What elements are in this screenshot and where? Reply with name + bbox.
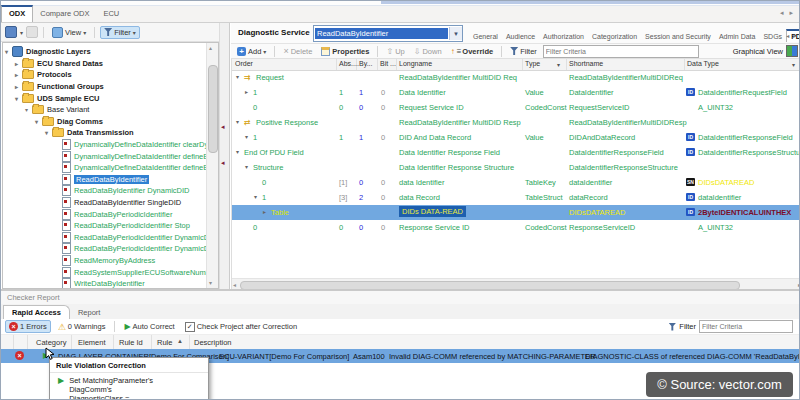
- override-button[interactable]: ↑≡ Override: [448, 46, 497, 57]
- row-expander-icon[interactable]: ▾: [236, 118, 239, 125]
- detail-tab-audience[interactable]: Audience: [502, 31, 539, 42]
- chevron-down-icon[interactable]: ▾: [20, 29, 23, 36]
- scrollbar-thumb[interactable]: [208, 65, 218, 153]
- checker-column-header-category[interactable]: Category: [36, 338, 66, 347]
- scroll-up-icon[interactable]: ▴: [209, 44, 212, 51]
- grid-column-header-longname[interactable]: Longname: [399, 60, 432, 67]
- main-tab-compare-odx[interactable]: Compare ODX: [33, 7, 96, 22]
- tree-item-ecu-shared-datas[interactable]: ▸ECU Shared Datas: [15, 58, 103, 70]
- detail-tab-sdgs[interactable]: SDGs: [759, 31, 786, 42]
- tree-expander-icon[interactable]: ▾: [15, 95, 22, 102]
- tree-item-readdatabyperiodicidentifier-dynamicdid-[interactable]: ReadDataByPeriodicIdentifier DynamicDID …: [55, 243, 219, 255]
- graphical-view-button[interactable]: Graphical View: [733, 45, 798, 57]
- pdu-row-1[interactable]: ▾1[3]20data RecordTableStructdataRecordI…: [232, 190, 800, 205]
- row-expander-icon[interactable]: ▾: [236, 73, 239, 80]
- pdu-row-structure[interactable]: ▾StructureData Identifier Response Struc…: [232, 160, 800, 175]
- pdu-row-end-of-pdu-field[interactable]: ▾End Of PDU FieldData Identifier Respons…: [232, 145, 800, 160]
- panel-splitter[interactable]: ◂ ◂: [219, 23, 230, 289]
- type-column-dropdown-icon[interactable]: ▾: [557, 61, 560, 68]
- add-button[interactable]: + Add ▾: [234, 46, 269, 57]
- connect-icon[interactable]: [5, 26, 17, 38]
- main-tab-scroll-arrows[interactable]: ◂ ▸: [780, 9, 795, 17]
- pdu-row-request[interactable]: ▾⇉RequestReadDataByIdentifier MultiDID R…: [232, 70, 800, 85]
- detail-tab-session-and-security[interactable]: Session and Security: [641, 31, 715, 42]
- combobox-dropdown-icon[interactable]: ▼: [449, 27, 462, 40]
- tree-item-diagnostic-layers[interactable]: ▾Diagnostic Layers: [5, 46, 91, 58]
- tree-expander-icon[interactable]: ▾: [25, 106, 32, 113]
- checker-column-header-description[interactable]: Description: [194, 338, 232, 347]
- delete-button[interactable]: × Delete: [280, 45, 315, 57]
- down-button[interactable]: ⇩ Down: [411, 46, 445, 57]
- detail-tab-authorization[interactable]: Authorization: [539, 31, 588, 42]
- tree-item-uds-sample-ecu[interactable]: ▾UDS Sample ECU: [15, 92, 100, 104]
- pdu-filter-input[interactable]: [543, 45, 699, 58]
- tree-expander-icon[interactable]: ▾: [35, 118, 42, 125]
- tree-expander-icon[interactable]: ▾: [45, 129, 52, 136]
- context-menu-item-set-diagnostic-class[interactable]: ▶ Set MatchingParameter'sDiagComm'sDiagn…: [50, 373, 208, 400]
- tree-item-readdatabyidentifier-singledid[interactable]: ReadDataByIdentifier SingleDID: [55, 197, 181, 209]
- datatype-column-dropdown-icon[interactable]: ▾: [792, 61, 795, 68]
- tree-item-protocols[interactable]: ▸Protocols: [15, 69, 72, 81]
- errors-toggle-button[interactable]: × 1 Errors: [5, 320, 51, 333]
- grid-column-header-by[interactable]: By...: [359, 60, 372, 67]
- grid-column-header-type[interactable]: Type: [525, 60, 540, 67]
- detail-tab-general[interactable]: General: [469, 31, 502, 42]
- checker-column-header-ruleid[interactable]: Rule Id: [119, 338, 143, 347]
- auto-correct-button[interactable]: ▶ Auto Correct: [121, 321, 177, 332]
- tree-item-diag-comms[interactable]: ▾Diag Comms: [35, 116, 103, 128]
- scroll-down-icon[interactable]: ▾: [209, 279, 212, 286]
- tree-expander-icon[interactable]: ▸: [15, 83, 22, 90]
- grid-column-header-order[interactable]: Order: [235, 60, 253, 67]
- tree-item-readdatabyperiodicidentifier-stop[interactable]: ReadDataByPeriodicIdentifier Stop: [55, 220, 190, 232]
- checkbox-checked-icon[interactable]: ✓: [185, 322, 195, 332]
- up-button[interactable]: ⇧ Up: [383, 46, 407, 57]
- checker-tab-rapid-access[interactable]: Rapid Access: [3, 305, 70, 319]
- main-tab-ecu[interactable]: ECU: [96, 7, 126, 22]
- tree-item-dynamicallydefinedataidentifier-defineby[interactable]: DynamicallyDefineDataIdentifier defineBy…: [55, 162, 219, 174]
- tree-item-dynamicallydefinedataidentifier-cleardyn[interactable]: DynamicallyDefineDataIdentifier clearDyn…: [55, 139, 219, 151]
- diagnostic-service-combobox[interactable]: ReadDataByIdentifier ▼: [313, 25, 463, 42]
- tree-item-dynamicallydefinedataidentifier-defineby[interactable]: DynamicallyDefineDataIdentifier defineBy…: [55, 150, 219, 162]
- tree-expander-icon[interactable]: ▸: [15, 71, 22, 78]
- row-expander-icon[interactable]: ▾: [245, 133, 248, 140]
- pdu-filter-button[interactable]: Filter: [507, 46, 540, 57]
- tree-item-readsystemsupplierecusoftwarenumberd-[interactable]: ReadSystemSupplierECUSoftwareNumberD...: [55, 266, 219, 278]
- checker-column-header-element[interactable]: Element: [78, 338, 106, 347]
- row-expander-icon[interactable]: ▸: [245, 88, 248, 95]
- checker-tab-report[interactable]: Report: [70, 306, 109, 319]
- pdu-row-positive-response[interactable]: ▾⇄Positive ResponseReadDataByIdentifier …: [232, 115, 800, 130]
- scroll-left-icon[interactable]: ◂: [233, 281, 236, 288]
- grid-column-header-abs[interactable]: Abs....: [339, 60, 359, 67]
- pdu-row-1[interactable]: ▸1110Data IdentifierValueDataIdentifierI…: [232, 85, 800, 100]
- tree-expander-icon[interactable]: ▾: [5, 48, 12, 55]
- tree-item-data-transmission[interactable]: ▾Data Transmission: [45, 127, 134, 139]
- tree-vertical-scrollbar[interactable]: ▴ ▾: [206, 43, 219, 288]
- tree-expander-icon[interactable]: ▸: [15, 60, 22, 67]
- row-expander-icon[interactable]: ▾: [254, 193, 257, 200]
- pdu-row-table[interactable]: ▸TableDIDs DATA-READDIDsDATAREADID2ByteI…: [232, 205, 800, 220]
- properties-button[interactable]: Properties: [318, 46, 372, 57]
- check-project-checkbox[interactable]: ✓ Check Project after Correction: [182, 321, 300, 333]
- row-expander-icon[interactable]: ▾: [236, 148, 239, 155]
- pdu-row-0[interactable]: 0000Response Service IDCodedConstRespons…: [232, 220, 800, 235]
- tree-item-base-variant[interactable]: ▾Base Variant: [25, 104, 89, 116]
- warnings-toggle-button[interactable]: ⚠ 0 Warnings: [55, 321, 109, 333]
- pdu-row-0[interactable]: 0000Request Service IDCodedConstRequestS…: [232, 100, 800, 115]
- pdu-row-1[interactable]: ▾1110DID And Data RecordValueDIDAndDataR…: [232, 130, 800, 145]
- splitter-collapse-icon[interactable]: ◂: [221, 159, 225, 167]
- detail-tab-admin-data[interactable]: Admin Data: [715, 31, 760, 42]
- row-expander-icon[interactable]: ▾: [245, 163, 248, 170]
- view-button[interactable]: View ▾: [49, 26, 89, 39]
- checker-filter-input[interactable]: [699, 320, 793, 333]
- tree-item-readdatabyidentifier-dynamicdid[interactable]: ReadDataByIdentifier DynamicDID: [55, 185, 189, 197]
- detail-tab-scroll-arrows[interactable]: ◂ ▸: [786, 32, 797, 39]
- pdu-row-0[interactable]: 0[1]00data IdentifierTableKeydataIdentif…: [232, 175, 800, 190]
- tree-item-functional-groups[interactable]: ▸Functional Groups: [15, 81, 104, 93]
- tree-item-readdatabyperiodicidentifier[interactable]: ReadDataByPeriodicIdentifier: [55, 208, 172, 220]
- tree-filter-button[interactable]: Filter ▾: [100, 26, 140, 39]
- tree-item-readdatabyidentifier[interactable]: ReadDataByIdentifier: [55, 174, 149, 186]
- row-expander-icon[interactable]: ▸: [263, 208, 266, 215]
- detail-tab-categorization[interactable]: Categorization: [588, 31, 641, 42]
- checker-column-header-rule[interactable]: Rule: [157, 338, 172, 347]
- grid-column-header-datatype[interactable]: Data Type: [687, 60, 719, 67]
